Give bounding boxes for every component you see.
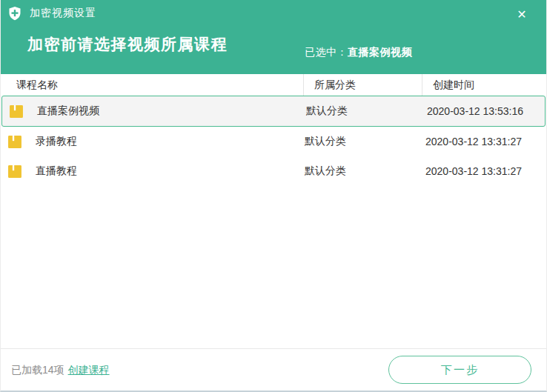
titlebar: 加密视频设置 ✕ xyxy=(1,0,546,27)
encrypt-video-dialog: 加密视频设置 ✕ 加密前请选择视频所属课程 已选中：直播案例视频 课程名称 所属… xyxy=(0,0,547,392)
course-created-time: 2020-03-12 13:31:27 xyxy=(422,136,546,147)
course-name: 直播案例视频 xyxy=(37,104,99,118)
loaded-count-text: 已加载14项 xyxy=(11,364,64,376)
create-course-link[interactable]: 创建课程 xyxy=(68,364,110,376)
course-category: 默认分类 xyxy=(303,165,422,178)
column-header-created-time: 创建时间 xyxy=(422,74,546,96)
course-name: 直播教程 xyxy=(36,165,77,178)
selected-course-status: 已选中：直播案例视频 xyxy=(305,46,412,59)
selected-value: 直播案例视频 xyxy=(348,46,412,58)
window-title: 加密视频设置 xyxy=(30,7,96,20)
page-title: 加密前请选择视频所属课程 xyxy=(27,34,228,55)
shield-plus-icon xyxy=(8,6,21,21)
course-list: 直播案例视频 默认分类 2020-03-12 13:53:16 录播教程 默认分… xyxy=(1,96,546,186)
column-header-category: 所属分类 xyxy=(303,74,422,96)
close-icon[interactable]: ✕ xyxy=(514,7,530,23)
table-header: 课程名称 所属分类 创建时间 xyxy=(1,74,546,96)
course-created-time: 2020-03-12 13:53:16 xyxy=(423,105,545,117)
course-category: 默认分类 xyxy=(305,104,423,118)
table-row[interactable]: 录播教程 默认分类 2020-03-12 13:31:27 xyxy=(1,127,546,156)
table-row-selected[interactable]: 直播案例视频 默认分类 2020-03-12 13:53:16 xyxy=(1,96,546,127)
dialog-footer: 已加载14项创建课程 下一步 xyxy=(1,348,546,391)
course-name: 录播教程 xyxy=(36,135,77,148)
footer-left: 已加载14项创建课程 xyxy=(11,363,110,377)
folder-icon xyxy=(10,105,23,118)
dialog-header: 加密视频设置 ✕ 加密前请选择视频所属课程 已选中：直播案例视频 xyxy=(1,0,546,74)
course-category: 默认分类 xyxy=(303,135,422,148)
course-created-time: 2020-03-12 13:31:27 xyxy=(422,165,546,177)
selected-label: 已选中： xyxy=(305,46,348,58)
folder-icon xyxy=(8,165,21,178)
folder-icon xyxy=(8,136,21,148)
column-header-course-name: 课程名称 xyxy=(1,74,303,96)
table-row[interactable]: 直播教程 默认分类 2020-03-12 13:31:27 xyxy=(1,156,546,186)
next-step-button[interactable]: 下一步 xyxy=(388,356,531,384)
